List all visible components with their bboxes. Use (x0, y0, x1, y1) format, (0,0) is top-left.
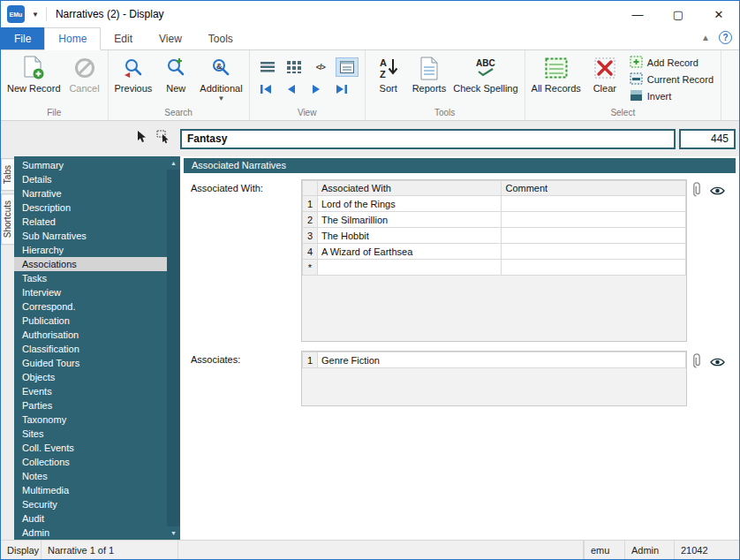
sidebar-item-collections[interactable]: Collections (14, 455, 167, 469)
maximize-button[interactable]: ▢ (658, 1, 698, 27)
sidebar-item-taxonomy[interactable]: Taxonomy (14, 412, 167, 427)
sidebar-item-interview[interactable]: Interview (14, 285, 167, 299)
sidebar-item-narrative[interactable]: Narrative (14, 186, 167, 201)
sidebar-item-coll-events[interactable]: Coll. Events (14, 441, 167, 455)
record-count-field[interactable]: 445 (679, 129, 736, 149)
pointer-icon[interactable] (137, 130, 147, 148)
sidebar-item-related[interactable]: Related (14, 215, 167, 229)
sidebar-item-classification[interactable]: Classification (14, 342, 167, 356)
tab-edit[interactable]: Edit (101, 27, 146, 49)
sidebar-item-objects[interactable]: Objects (14, 370, 167, 384)
svg-text:Z: Z (380, 69, 386, 79)
sidebar-item-admin[interactable]: Admin (14, 526, 167, 540)
details-view-icon[interactable] (336, 57, 359, 77)
table-row[interactable]: 1Genre Fiction (303, 352, 686, 368)
help-icon[interactable]: ? (719, 31, 732, 44)
vertical-tab-shortcuts[interactable]: Shortcuts (1, 193, 14, 245)
scroll-up-icon[interactable]: ▲ (167, 156, 180, 170)
grid-cell[interactable] (502, 260, 686, 276)
titlebar-dropdown-icon[interactable]: ▼ (25, 11, 46, 19)
sidebar-item-correspond[interactable]: Correspond. (14, 299, 167, 314)
column-header-comment[interactable]: Comment (502, 181, 686, 196)
sidebar-item-multimedia[interactable]: Multimedia (14, 483, 167, 497)
grid-cell[interactable]: Genre Fiction (317, 352, 685, 368)
list-view-icon[interactable] (256, 57, 279, 77)
grid-cell[interactable]: The Silmarillion (317, 212, 502, 228)
sidebar-item-details[interactable]: Details (14, 172, 167, 186)
grid-cell[interactable]: Lord of the Rings (317, 196, 502, 212)
window-title: Narratives (2) - Display (56, 8, 617, 20)
tab-tools[interactable]: Tools (195, 27, 246, 49)
table-row[interactable]: 2The Silmarillion (303, 212, 686, 228)
table-row[interactable]: * (303, 260, 686, 276)
check-spelling-button[interactable]: ABC Check Spelling (449, 52, 521, 95)
sidebar-item-description[interactable]: Description (14, 201, 167, 215)
previous-record-icon[interactable] (281, 81, 302, 97)
group-label-view: View (253, 107, 362, 120)
sidebar-item-guided-tours[interactable]: Guided Tours (14, 356, 167, 370)
attachment-icon[interactable] (693, 182, 705, 201)
sidebar-item-audit[interactable]: Audit (14, 511, 167, 526)
sidebar-item-notes[interactable]: Notes (14, 469, 167, 483)
view-attachment-eye-icon[interactable] (710, 355, 725, 371)
last-record-icon[interactable] (330, 81, 351, 97)
sidebar-item-sites[interactable]: Sites (14, 427, 167, 441)
table-row[interactable]: 3The Hobbit (303, 228, 686, 244)
column-header-associated-with[interactable]: Associated With (317, 181, 502, 196)
tab-file[interactable]: File (1, 27, 44, 49)
scroll-down-icon[interactable]: ▼ (167, 526, 180, 540)
new-record-button[interactable]: New Record (4, 52, 64, 95)
sidebar-item-sub-narratives[interactable]: Sub Narratives (14, 229, 167, 243)
tab-view[interactable]: View (146, 27, 195, 49)
first-record-icon[interactable] (256, 81, 277, 97)
clear-selection-button[interactable]: Clear (585, 52, 625, 95)
record-title-field[interactable]: Fantasy (180, 129, 676, 149)
grid-cell[interactable] (502, 244, 686, 260)
report-view-icon[interactable]: </> (309, 57, 332, 77)
sidebar-item-associations[interactable]: Associations (14, 257, 167, 271)
current-record-button[interactable]: Current Record (627, 72, 716, 87)
table-row[interactable]: 4A Wizard of Earthsea (303, 244, 686, 260)
sidebar-item-publication[interactable]: Publication (14, 314, 167, 328)
sidebar-item-summary[interactable]: Summary (14, 158, 167, 172)
vertical-tab-tabs[interactable]: Tabs (1, 158, 14, 191)
grid-cell[interactable] (502, 212, 686, 228)
grid-cell[interactable]: A Wizard of Earthsea (317, 244, 502, 260)
invert-selection-button[interactable]: Invert (627, 89, 716, 103)
previous-search-button[interactable]: Previous (111, 52, 156, 95)
sidebar-item-tasks[interactable]: Tasks (14, 271, 167, 285)
status-user: emu (584, 541, 624, 559)
next-record-icon[interactable] (306, 81, 327, 97)
additional-search-button[interactable]: & Additional ▼ (196, 52, 245, 103)
grid-cell[interactable]: The Hobbit (317, 228, 502, 244)
view-attachment-eye-icon[interactable] (710, 184, 725, 200)
sidebar-scrollbar[interactable]: ▲ ▼ (167, 156, 180, 540)
sidebar-item-authorisation[interactable]: Authorisation (14, 328, 167, 342)
add-record-button[interactable]: Add Record (627, 56, 716, 70)
grid-cell[interactable] (317, 260, 502, 276)
ribbon-group-search: Previous New & Additional ▼ Search (109, 50, 250, 120)
cancel-button[interactable]: Cancel (64, 52, 105, 95)
attachment-icon[interactable] (693, 353, 705, 372)
sidebar-item-events[interactable]: Events (14, 384, 167, 398)
sidebar-item-security[interactable]: Security (14, 497, 167, 511)
table-row[interactable]: 1Lord of the Rings (303, 196, 686, 212)
sidebar-item-hierarchy[interactable]: Hierarchy (14, 243, 167, 257)
contact-sheet-view-icon[interactable] (283, 57, 306, 77)
minimize-button[interactable]: — (617, 1, 658, 27)
associated-with-grid[interactable]: Associated With Comment 1Lord of the Rin… (301, 179, 687, 342)
tab-home[interactable]: Home (44, 27, 101, 50)
grid-cell[interactable] (502, 228, 686, 244)
reports-button[interactable]: Reports (409, 52, 450, 95)
associates-grid[interactable]: 1Genre Fiction (301, 351, 687, 406)
sort-button[interactable]: AZ Sort (368, 52, 409, 95)
all-records-button[interactable]: All Records (528, 52, 585, 95)
attach-pointer-icon[interactable] (156, 130, 171, 148)
close-button[interactable]: ✕ (698, 1, 739, 27)
ribbon-collapse-icon[interactable]: ▲ (701, 33, 710, 42)
reports-icon (419, 55, 439, 81)
new-search-button[interactable]: New (155, 52, 196, 95)
sidebar-item-parties[interactable]: Parties (14, 398, 167, 412)
current-record-icon (630, 72, 643, 87)
grid-cell[interactable] (502, 196, 686, 212)
